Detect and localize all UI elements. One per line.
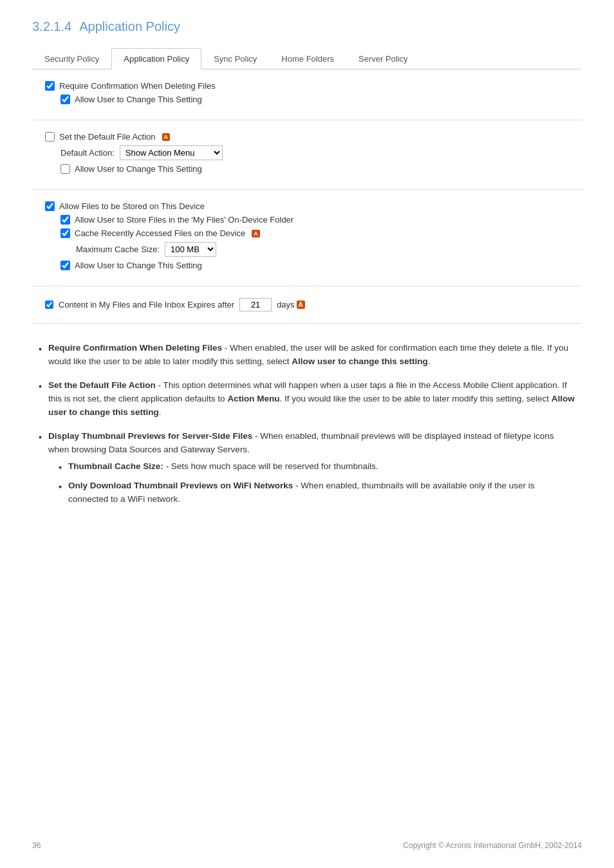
page-footer: 36 Copyright © Acronis International Gmb… [32,841,582,850]
bullet-text-3: Display Thumbnail Previews for Server-Si… [48,430,575,511]
bullet-list: Require Confirmation When Deleting Files… [39,342,575,511]
cache-label-text: Cache Recently Accessed Files on the Dev… [75,228,245,238]
cache-checkbox[interactable] [60,228,70,238]
bullet-text-1: Require Confirmation When Deleting Files… [48,342,575,369]
myfiles-checkbox[interactable] [60,215,70,225]
section-heading: 3.2.1.4 Application Policy [32,19,582,34]
default-action-checkbox[interactable] [45,132,55,142]
allow-change-row-1: Allow User to Change This Setting [60,95,569,104]
default-action-field-label: Default Action: [60,148,115,158]
tab-security[interactable]: Security Policy [32,48,111,69]
myfiles-label: Allow User to Store Files in the 'My Fil… [75,215,293,225]
tab-home[interactable]: Home Folders [269,48,346,69]
allow-change-label-1: Allow User to Change This Setting [75,95,202,104]
default-action-selector-row: Default Action: Show Action Menu [60,145,569,160]
allow-change-label-2: Allow User to Change This Setting [75,164,202,174]
bullet-item-3: Display Thumbnail Previews for Server-Si… [39,430,575,511]
bullet-item-1: Require Confirmation When Deleting Files… [39,342,575,369]
info-icon-cache: A [252,230,260,237]
require-confirmation-checkbox[interactable] [45,81,55,91]
sub-bullet-text-1: Thumbnail Cache Size: - Sets how much sp… [68,460,378,474]
sub-bullet-list: Thumbnail Cache Size: - Sets how much sp… [48,460,575,506]
bullet-item-2: Set the Default File Action - This optio… [39,379,575,420]
allow-change-checkbox-3[interactable] [60,261,70,270]
cache-size-label: Maximum Cache Size: [76,245,160,254]
expires-row: Content in My Files and File Inbox Expir… [45,298,569,311]
copyright: Copyright © Acronis International GmbH, … [403,841,582,850]
page-number: 36 [32,841,41,850]
require-confirmation-label: Require Confirmation When Deleting Files [59,81,216,91]
cache-row-check: Cache Recently Accessed Files on the Dev… [60,228,569,238]
sub-bullet-item-2: Only Download Thumbnail Previews on WiFi… [48,479,575,506]
store-files-checkbox[interactable] [45,201,55,211]
allow-change-row-3: Allow User to Change This Setting [60,261,569,270]
tab-server[interactable]: Server Policy [346,48,420,69]
myfiles-row: Allow User to Store Files in the 'My Fil… [60,215,569,225]
sub-bullet-text-2: Only Download Thumbnail Previews on WiFi… [68,479,575,506]
section-title: Application Policy [79,19,180,34]
tab-bar: Security Policy Application Policy Sync … [32,48,582,69]
allow-change-checkbox-1[interactable] [60,95,70,104]
bullet-section: Require Confirmation When Deleting Files… [32,342,582,511]
days-label: days [277,300,294,309]
default-action-label: Set the Default File Action [59,132,156,142]
expires-input[interactable] [239,298,272,311]
info-icon-action: A [162,133,171,141]
default-action-select[interactable]: Show Action Menu [120,145,223,160]
store-files-row: Allow Files to be Stored on This Device [45,201,569,211]
sub-bullet-item-1: Thumbnail Cache Size: - Sets how much sp… [48,460,575,474]
cache-size-select[interactable]: 100 MB 50 MB 200 MB 500 MB [165,242,216,257]
expires-label: Content in My Files and File Inbox Expir… [59,300,234,309]
bullet-text-2: Set the Default File Action - This optio… [48,379,575,420]
tab-sync[interactable]: Sync Policy [201,48,269,69]
require-confirmation-row: Require Confirmation When Deleting Files [45,81,569,91]
section-store-files: Allow Files to be Stored on This Device … [32,190,582,286]
expires-checkbox[interactable] [45,300,53,309]
allow-change-label-3: Allow User to Change This Setting [75,261,202,270]
tab-application[interactable]: Application Policy [111,48,201,69]
allow-change-checkbox-2[interactable] [60,164,70,174]
store-files-label: Allow Files to be Stored on This Device [59,201,205,211]
section-default-action: Set the Default File Action A Default Ac… [32,120,582,190]
section-number: 3.2.1.4 [32,19,71,34]
section-require-confirmation: Require Confirmation When Deleting Files… [32,69,582,120]
admin-icon-expires: A [297,300,305,309]
allow-change-row-2: Allow User to Change This Setting [60,164,569,174]
section-expires: Content in My Files and File Inbox Expir… [32,286,582,324]
cache-size-row: Maximum Cache Size: 100 MB 50 MB 200 MB … [76,242,569,257]
days-badge: days A [277,300,305,309]
default-action-check-row: Set the Default File Action A [45,132,569,142]
